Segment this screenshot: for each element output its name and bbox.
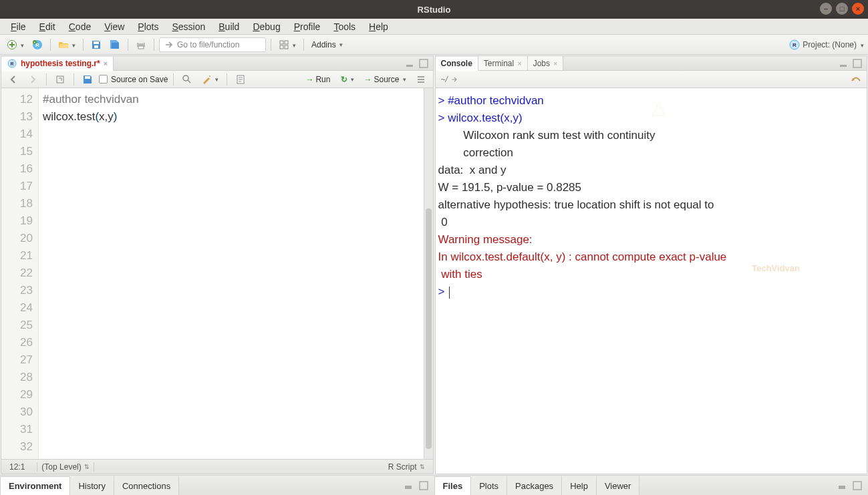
code-editor[interactable]: 1213141516171819202122232425262728293031… — [1, 88, 433, 459]
plus-r-icon: R+ — [32, 39, 43, 50]
menu-code[interactable]: Code — [62, 19, 98, 34]
save-icon — [91, 39, 102, 50]
window-minimize-button[interactable]: – — [820, 3, 832, 15]
search-icon — [182, 74, 192, 85]
source-tab-file[interactable]: R hypothesis testing.r* × — [1, 57, 114, 71]
tab-history[interactable]: History — [70, 476, 114, 495]
r-file-icon: R — [7, 58, 17, 69]
window-close-button[interactable]: × — [852, 3, 864, 15]
maximize-pane-icon[interactable] — [418, 480, 429, 491]
minimize-pane-icon[interactable] — [405, 58, 416, 69]
tab-plots[interactable]: Plots — [471, 476, 507, 495]
new-file-button[interactable] — [4, 38, 27, 51]
menu-tools[interactable]: Tools — [327, 19, 362, 34]
compile-report-button[interactable] — [233, 73, 249, 86]
right-lower-tabs: Files Plots Packages Help Viewer — [434, 475, 869, 495]
folder-open-icon — [58, 39, 69, 50]
addins-menu[interactable]: Addins — [309, 39, 345, 51]
tab-packages[interactable]: Packages — [507, 476, 562, 495]
left-lower-tabs: Environment History Connections — [0, 475, 434, 495]
maximize-pane-icon[interactable] — [852, 58, 863, 69]
tab-console[interactable]: Console — [436, 57, 478, 71]
forward-button[interactable] — [25, 73, 41, 86]
back-button[interactable] — [5, 73, 21, 86]
project-label[interactable]: Project: (None) — [803, 40, 857, 49]
menu-session[interactable]: Session — [165, 19, 212, 34]
console-pane: Console Terminal × Jobs × ~/ > #author t… — [435, 55, 868, 474]
notebook-icon — [235, 74, 246, 85]
svg-rect-9 — [138, 46, 144, 49]
tab-files[interactable]: Files — [434, 476, 472, 495]
scope-selector[interactable]: (Top Level) ⇅ — [37, 462, 94, 472]
menu-debug[interactable]: Debug — [246, 19, 287, 34]
grid-view-button[interactable] — [276, 38, 299, 51]
menu-help[interactable]: Help — [362, 19, 395, 34]
open-file-button[interactable] — [55, 38, 78, 51]
tab-connections[interactable]: Connections — [114, 476, 179, 495]
svg-rect-10 — [280, 41, 283, 44]
svg-rect-18 — [406, 65, 413, 67]
maximize-pane-icon[interactable] — [852, 480, 863, 491]
goto-file-function-input[interactable]: Go to file/function — [159, 37, 266, 52]
menu-view[interactable]: View — [98, 19, 131, 34]
goto-dir-icon[interactable] — [450, 75, 458, 84]
console-output[interactable]: > #author techvidvan> wilcox.test(x,y) W… — [436, 88, 867, 474]
language-selector[interactable]: R Script ⇅ — [384, 462, 429, 472]
tab-terminal[interactable]: Terminal × — [478, 56, 528, 70]
window-maximize-button[interactable]: □ — [836, 3, 848, 15]
rerun-button[interactable]: ↻ — [338, 73, 357, 86]
svg-rect-20 — [57, 76, 63, 83]
find-replace-button[interactable] — [179, 73, 195, 86]
close-tab-icon[interactable]: × — [104, 59, 108, 67]
svg-rect-29 — [839, 486, 845, 489]
console-toolbar: ~/ — [436, 71, 867, 88]
maximize-pane-icon[interactable] — [418, 58, 429, 69]
window-title: RStudio — [418, 5, 451, 15]
source-on-save-label: Source on Save — [111, 75, 168, 84]
menu-build[interactable]: Build — [212, 19, 246, 34]
save-file-button[interactable] — [80, 73, 96, 86]
plus-circle-icon — [7, 39, 17, 50]
svg-rect-26 — [420, 482, 428, 490]
svg-rect-12 — [280, 45, 283, 49]
run-button[interactable]: →Run — [301, 73, 334, 86]
new-project-button[interactable]: R+ — [29, 38, 45, 51]
popout-icon — [55, 74, 65, 85]
menu-plots[interactable]: Plots — [131, 19, 165, 34]
show-in-new-window-button[interactable] — [52, 73, 68, 86]
printer-icon — [136, 39, 146, 50]
restore-pane-icon[interactable] — [404, 480, 414, 491]
menu-profile[interactable]: Profile — [287, 19, 327, 34]
project-menu-caret[interactable] — [859, 40, 864, 49]
svg-point-23 — [209, 75, 210, 77]
minimize-pane-icon[interactable] — [839, 58, 849, 69]
outline-button[interactable] — [413, 73, 429, 86]
source-toolbar: Source on Save →Run ↻ →Source — [1, 71, 433, 88]
menu-file[interactable]: File — [4, 19, 33, 34]
arrow-right-icon — [164, 39, 174, 50]
save-button[interactable] — [88, 38, 104, 51]
tab-viewer[interactable]: Viewer — [597, 476, 640, 495]
code-tools-button[interactable] — [198, 73, 221, 86]
source-on-save-checkbox[interactable] — [99, 75, 108, 84]
svg-text:+: + — [34, 40, 36, 44]
tab-jobs[interactable]: Jobs × — [528, 56, 564, 70]
tab-help[interactable]: Help — [562, 476, 597, 495]
editor-scrollbar[interactable] — [424, 88, 433, 459]
tab-environment[interactable]: Environment — [0, 476, 70, 495]
outline-icon — [416, 74, 426, 85]
source-tabs: R hypothesis testing.r* × — [1, 56, 433, 71]
source-button[interactable]: →Source — [361, 73, 408, 86]
restore-pane-icon[interactable] — [837, 480, 848, 491]
svg-rect-28 — [853, 59, 861, 67]
code-area[interactable]: #author techvidvanwilcox.test(x,y) — [39, 88, 424, 459]
menu-edit[interactable]: Edit — [33, 19, 62, 34]
clear-console-icon[interactable] — [851, 74, 861, 85]
save-all-button[interactable] — [107, 38, 123, 51]
svg-rect-5 — [94, 41, 99, 44]
grid-icon — [279, 39, 289, 50]
source-pane: R hypothesis testing.r* × Source on Save — [1, 55, 434, 474]
print-button[interactable] — [133, 38, 149, 51]
svg-point-22 — [183, 75, 188, 81]
r-project-icon: R — [789, 39, 800, 50]
